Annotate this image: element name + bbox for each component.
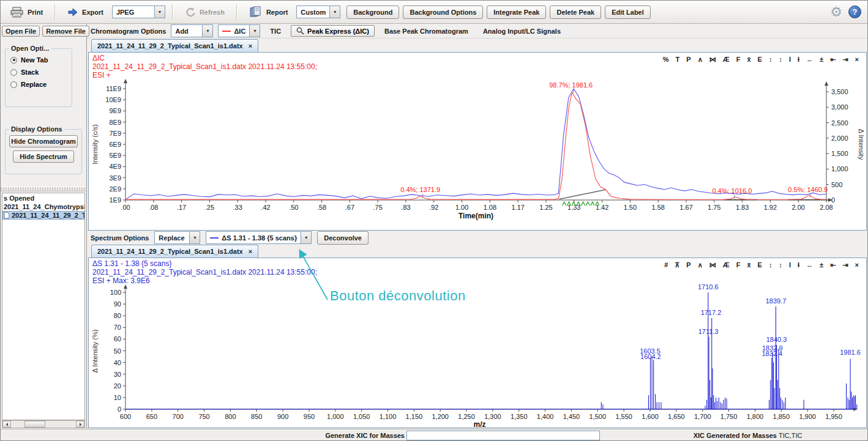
radio-label: Stack [21, 69, 39, 76]
plot-tool-icon[interactable]: ∧ [698, 261, 703, 269]
plot-tool-icon[interactable]: % [663, 56, 669, 64]
remove-file-button[interactable]: Remove File [42, 26, 89, 37]
sidebar-horizontal-scrollbar[interactable] [2, 420, 85, 428]
report-type-select[interactable]: Custom [296, 6, 340, 18]
tab-close-icon[interactable]: × [249, 42, 252, 50]
plot-tool-icon[interactable]: ⊼ [675, 261, 679, 269]
toolbar-button-delete-peak[interactable]: Delete Peak [550, 6, 601, 19]
peak-express-button[interactable]: Peak Express (ΔIC) [291, 25, 375, 37]
refresh-button[interactable]: Refresh [180, 5, 230, 20]
tab-close-icon[interactable]: × [249, 248, 252, 255]
plot-tool-icon[interactable]: ⇥ [842, 56, 848, 64]
dropdown-arrow-icon[interactable] [189, 232, 200, 243]
spectrum-panel: ΔS 1.31 - 1.38 {5 scans} 2021_11_24_11_2… [88, 258, 867, 428]
toolbar-button-background-options[interactable]: Background Options [403, 6, 483, 19]
svg-text:1.33: 1.33 [567, 204, 580, 211]
plot-tool-icon[interactable]: ↔ [806, 56, 813, 64]
plot-tool-icon[interactable]: × [855, 261, 859, 269]
sidebar: Open Opti... New TabStackReplace Display… [1, 39, 87, 429]
trace-select[interactable]: ΔIC [218, 24, 260, 37]
gear-icon[interactable]: ⚙ [830, 6, 842, 19]
plot-tool-icon[interactable]: P [686, 261, 690, 269]
toolbar-button-background[interactable]: Background [346, 6, 399, 19]
generate-xic-input[interactable] [406, 431, 600, 440]
plot-tool-icon[interactable]: ↕ [769, 261, 773, 269]
deconvolve-button[interactable]: Deconvolve [317, 231, 369, 245]
plot-tool-icon[interactable]: I [789, 261, 791, 269]
plot-tool-icon[interactable]: ± [820, 56, 823, 64]
plot-tool-icon[interactable]: ± [820, 261, 823, 269]
chromatogram-tab[interactable]: 2021_11_24_11_29_2_Typical_Scan1_is1.dat… [91, 39, 258, 52]
toolbar-button-integrate-peak[interactable]: Integrate Peak [487, 6, 546, 19]
spectrum-tab[interactable]: 2021_11_24_11_29_2_Typical_Scan1_is1.dat… [91, 245, 258, 258]
radio-option-new-tab[interactable]: New Tab [10, 56, 68, 64]
report-button[interactable]: Report [244, 4, 293, 21]
file-list-item[interactable]: 2021_11_24_11_29_2_Typ [2, 211, 84, 220]
export-format-select[interactable]: JPEG [112, 6, 165, 18]
chromatogram-mode-select[interactable]: Add [171, 24, 213, 37]
plot-tool-icon[interactable]: Ɨ [798, 261, 799, 269]
xic-generated-label: XIC Generated for Masses [631, 432, 777, 439]
svg-text:2,000: 2,000 [831, 135, 848, 142]
svg-text:1,750: 1,750 [720, 413, 738, 420]
base-peak-chromatogram-button[interactable]: Base Peak Chromatogram [380, 26, 473, 37]
peak-express-label: Peak Express (ΔIC) [307, 28, 369, 35]
plot-tool-icon[interactable]: ∧ [698, 56, 703, 64]
spectrum-mode-select[interactable]: Replace [154, 231, 200, 244]
radio-option-replace[interactable]: Replace [10, 81, 68, 88]
plot-tool-icon[interactable]: × [855, 56, 859, 64]
plot-tool-icon[interactable]: x̄ [747, 261, 750, 269]
svg-text:4E9: 4E9 [109, 163, 121, 170]
spectrum-range-select[interactable]: ΔS 1.31 - 1.38 {5 scans} [206, 231, 312, 244]
chromatogram-file-label: 2021_11_24_11_29_2_Typical_Scan1_is1.dat… [92, 62, 317, 71]
plot-tool-icon[interactable]: ↕ [779, 56, 782, 64]
scrollbar-thumb[interactable] [24, 421, 45, 428]
plot-tool-icon[interactable]: ⇤ [830, 56, 836, 64]
plot-tool-icon[interactable]: T [676, 56, 680, 64]
hide-chromatogram-button[interactable]: Hide Chromatogram [9, 135, 78, 147]
print-button[interactable]: Print [6, 4, 48, 20]
dropdown-arrow-icon[interactable] [202, 25, 212, 37]
spectrum-range-value: ΔS 1.31 - 1.38 {5 scans} [222, 234, 297, 242]
scroll-right-arrow[interactable] [76, 421, 84, 428]
plot-tool-icon[interactable]: Æ [723, 56, 730, 64]
export-button[interactable]: Export [62, 5, 108, 20]
plot-tool-icon[interactable]: ⇤ [830, 261, 836, 269]
toolbar-button-edit-label[interactable]: Edit Label [605, 6, 651, 19]
plot-tool-icon[interactable]: x̄ [747, 56, 750, 64]
plot-tool-icon[interactable]: ↕ [779, 261, 782, 269]
dropdown-arrow-icon[interactable] [301, 232, 311, 243]
help-icon[interactable] [848, 6, 861, 18]
plot-tool-icon[interactable]: F [736, 261, 741, 269]
plot-tool-icon[interactable]: F [736, 56, 741, 64]
svg-text:1,950: 1,950 [825, 413, 842, 420]
plot-tool-icon[interactable]: Æ [723, 261, 730, 269]
plot-tool-icon[interactable]: E [758, 261, 762, 269]
svg-text:1.58: 1.58 [651, 204, 664, 211]
plot-tool-icon[interactable]: # [664, 261, 668, 269]
svg-text:1.50: 1.50 [624, 204, 637, 211]
dropdown-arrow-icon[interactable] [249, 25, 260, 37]
scroll-left-arrow[interactable] [2, 421, 11, 428]
print-label: Print [28, 9, 43, 16]
svg-text:1,100: 1,100 [380, 413, 397, 420]
hide-spectrum-button[interactable]: Hide Spectrum [13, 150, 74, 163]
dropdown-arrow-icon[interactable] [154, 6, 165, 18]
plot-tool-icon[interactable]: E [758, 56, 762, 64]
plot-tool-icon[interactable]: P [686, 56, 690, 64]
plot-tool-icon[interactable]: ⋈ [709, 56, 716, 64]
plot-tool-icon[interactable]: I [789, 56, 791, 64]
plot-tool-icon[interactable]: ⋈ [709, 261, 716, 269]
plot-tool-icon[interactable]: ⇥ [842, 261, 848, 269]
spectrum-tab-label: 2021_11_24_11_29_2_Typical_Scan1_is1.dat… [97, 248, 243, 255]
file-list-item[interactable]: 2021_11_24_Chymotrypsinoge [2, 202, 84, 211]
dropdown-arrow-icon[interactable] [329, 6, 340, 18]
analog-input-lc-signals-button[interactable]: Analog Input/LC Signals [478, 26, 566, 37]
tic-button[interactable]: TIC [265, 26, 286, 37]
plot-tool-icon[interactable]: Ɨ [798, 56, 799, 64]
plot-tool-icon[interactable]: ↕ [769, 56, 773, 64]
svg-text:600: 600 [120, 413, 131, 420]
radio-option-stack[interactable]: Stack [10, 69, 68, 76]
open-file-button[interactable]: Open File [2, 26, 40, 37]
plot-tool-icon[interactable]: ↔ [806, 261, 813, 269]
